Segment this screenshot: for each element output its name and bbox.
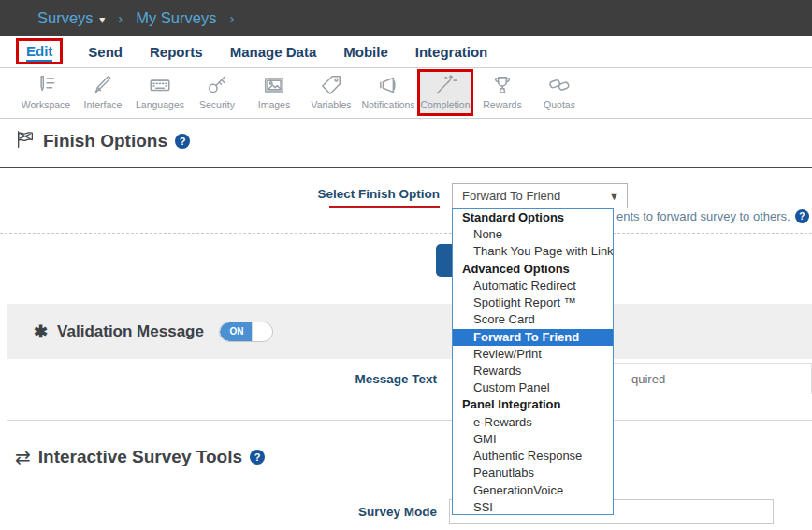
variables-tag-icon xyxy=(319,72,343,98)
dropdown-option-e-rewards[interactable]: e-Rewards xyxy=(453,414,613,431)
quotas-links-icon xyxy=(547,72,572,98)
chevron-down-icon: ▾ xyxy=(99,13,105,26)
validation-message-title: Validation Message xyxy=(57,322,204,341)
icon-toolbar: WorkspaceInterfaceLanguagesSecurityImage… xyxy=(0,69,812,119)
dropdown-option-none[interactable]: None xyxy=(453,226,613,243)
toolbar-item-rewards[interactable]: Rewards xyxy=(474,69,530,116)
languages-keyboard-icon xyxy=(148,72,172,98)
message-text-input[interactable]: quired xyxy=(608,363,812,394)
description-text: ents to forward survey to others. xyxy=(616,209,790,223)
finish-option-select-value: Forward To Friend xyxy=(462,189,560,203)
breadcrumb-separator-icon: › xyxy=(229,10,234,26)
select-finish-option-label: Select Finish Option xyxy=(317,187,440,201)
toolbar-item-label: Workspace xyxy=(22,99,70,110)
help-icon[interactable]: ? xyxy=(795,209,809,223)
breadcrumb-my-surveys-label: My Surveys xyxy=(136,9,216,26)
finish-option-description: ents to forward survey to others. ? xyxy=(616,209,809,223)
tab-integration[interactable]: Integration xyxy=(415,44,488,60)
dropdown-option-review-print[interactable]: Review/Print xyxy=(453,346,613,363)
interactive-tools-header: ⇄ Interactive Survey Tools ? xyxy=(15,447,265,467)
dropdown-group-panel-integration: Panel Integration xyxy=(453,396,613,413)
toolbar-item-security[interactable]: Security xyxy=(189,69,245,116)
dropdown-option-custom-panel[interactable]: Custom Panel xyxy=(453,380,613,396)
dropdown-option-rewards[interactable]: Rewards xyxy=(453,363,613,380)
tab-label: Edit xyxy=(26,43,52,62)
toolbar-item-label: Completion xyxy=(420,99,470,110)
toolbar-item-label: Languages xyxy=(136,99,184,110)
toolbar-item-variables[interactable]: Variables xyxy=(303,69,359,116)
dropdown-option-thank-you-page-with-link[interactable]: Thank You Page with Link xyxy=(453,243,613,260)
images-picture-icon xyxy=(262,72,286,98)
tab-label: Manage Data xyxy=(230,44,317,60)
help-icon[interactable]: ? xyxy=(250,450,265,465)
completion-wand-icon xyxy=(433,72,457,98)
message-text-label: Message Text xyxy=(355,372,437,386)
breadcrumb-my-surveys[interactable]: My Surveys xyxy=(136,9,216,27)
notifications-megaphone-icon xyxy=(376,72,400,98)
toolbar-item-languages[interactable]: Languages xyxy=(132,69,188,116)
tab-label: Mobile xyxy=(343,44,388,60)
tab-label: Integration xyxy=(415,44,488,60)
dropdown-option-score-card[interactable]: Score Card xyxy=(453,311,613,328)
dropdown-option-generationvoice[interactable]: GenerationVoice xyxy=(453,482,613,499)
interactive-tools-title: Interactive Survey Tools xyxy=(38,447,242,467)
toolbar-item-label: Images xyxy=(258,99,290,110)
breadcrumb-surveys-label: Surveys xyxy=(37,9,94,26)
select-caret-icon: ▼ xyxy=(609,191,619,202)
toolbar-item-workspace[interactable]: Workspace xyxy=(18,69,74,116)
dropdown-option-gmi[interactable]: GMI xyxy=(453,431,613,448)
finish-options-header: Finish Options ? xyxy=(15,129,190,153)
tab-edit[interactable]: Edit xyxy=(16,38,63,64)
survey-mode-label: Survey Mode xyxy=(358,505,437,519)
security-key-icon xyxy=(205,72,229,98)
dropdown-group-advanced-options: Advanced Options xyxy=(453,261,613,278)
finish-option-dropdown-list: Standard OptionsNoneThank You Page with … xyxy=(452,208,614,515)
toolbar-item-label: Notifications xyxy=(361,99,414,110)
dropdown-option-peanutlabs[interactable]: Peanutlabs xyxy=(453,465,613,481)
tab-manage-data[interactable]: Manage Data xyxy=(230,44,317,60)
flag-icon xyxy=(15,129,36,153)
dropdown-option-forward-to-friend[interactable]: Forward To Friend xyxy=(453,329,613,346)
toolbar-item-images[interactable]: Images xyxy=(246,69,302,116)
double-arrow-icon: ⇄ xyxy=(15,448,31,466)
toolbar-item-label: Rewards xyxy=(483,99,521,110)
dashed-divider xyxy=(0,233,812,234)
toolbar-item-notifications[interactable]: Notifications xyxy=(360,69,416,116)
toolbar-item-completion[interactable]: Completion xyxy=(417,69,473,116)
toolbar-item-label: Quotas xyxy=(544,99,575,110)
validation-message-section: ✱ Validation Message ON xyxy=(7,304,812,359)
page-root: Surveys ▾ › My Surveys › EditSendReports… xyxy=(0,0,812,530)
annotation-underline xyxy=(329,206,440,208)
section-divider xyxy=(7,420,812,421)
tab-mobile[interactable]: Mobile xyxy=(343,44,388,60)
toolbar-item-label: Variables xyxy=(312,99,352,110)
dropdown-group-standard-options: Standard Options xyxy=(453,209,613,226)
tab-label: Send xyxy=(88,44,123,60)
section-divider xyxy=(0,167,812,168)
breadcrumb-surveys[interactable]: Surveys ▾ xyxy=(37,9,105,27)
dropdown-option-ssi[interactable]: SSI xyxy=(453,499,613,515)
breadcrumb-separator-icon: › xyxy=(118,10,123,26)
help-icon[interactable]: ? xyxy=(175,134,190,149)
asterisk-icon: ✱ xyxy=(34,322,48,342)
tab-send[interactable]: Send xyxy=(88,44,123,60)
top-navbar: Surveys ▾ › My Surveys › xyxy=(0,0,812,36)
toggle-knob xyxy=(252,322,272,341)
workspace-pen-icon xyxy=(34,72,58,98)
tab-reports[interactable]: Reports xyxy=(150,44,203,60)
tab-bar: EditSendReportsManage DataMobileIntegrat… xyxy=(0,36,812,68)
validation-message-toggle[interactable]: ON xyxy=(219,322,273,342)
dropdown-option-automatic-redirect[interactable]: Automatic Redirect xyxy=(453,278,613,294)
finish-options-title: Finish Options xyxy=(43,131,167,151)
toolbar-item-interface[interactable]: Interface xyxy=(75,69,131,116)
rewards-trophy-icon xyxy=(490,72,515,98)
finish-option-select[interactable]: Forward To Friend ▼ xyxy=(452,183,628,208)
message-text-value: quired xyxy=(631,372,665,386)
toolbar-item-quotas[interactable]: Quotas xyxy=(531,69,587,116)
dropdown-option-spotlight-report[interactable]: Spotlight Report ™ xyxy=(453,294,613,311)
interface-brush-icon xyxy=(91,72,115,98)
toggle-on-label: ON xyxy=(220,322,254,341)
tab-label: Reports xyxy=(150,44,203,60)
dropdown-option-authentic-response[interactable]: Authentic Response xyxy=(453,448,613,465)
toolbar-item-label: Interface xyxy=(84,99,123,110)
